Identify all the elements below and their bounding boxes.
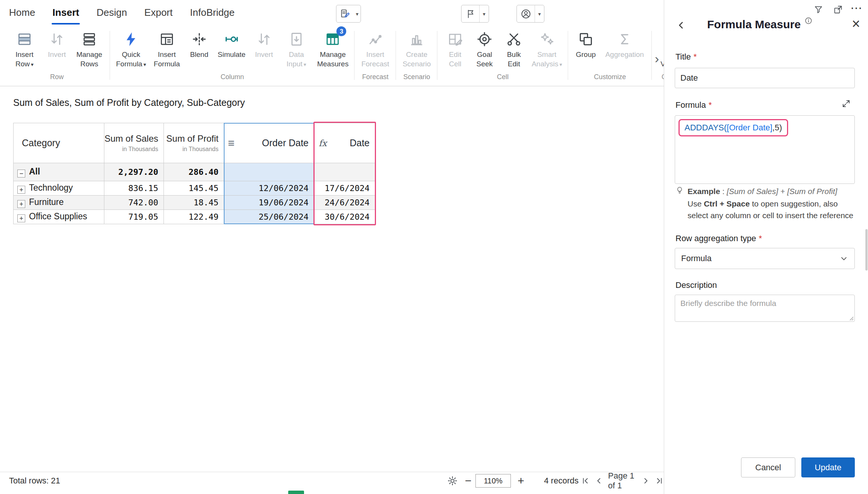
ribbon-group-label-scenario: Scenario [399, 73, 434, 86]
insert-formula-button[interactable]: InsertFormula [149, 25, 185, 73]
zoom-out-button[interactable]: − [465, 474, 472, 487]
close-icon[interactable]: × [852, 17, 860, 31]
page-label: Page 1 of 1 [608, 471, 637, 491]
panel-collapse-chevron-icon[interactable]: › [655, 52, 659, 65]
expand-formula-icon[interactable] [841, 99, 851, 109]
manage-measures-button[interactable]: 3 ManageMeasures [314, 25, 351, 73]
tab-export[interactable]: Export [144, 0, 173, 25]
add-comment-button[interactable]: ▾ [461, 5, 489, 23]
zoom-in-button[interactable]: + [518, 474, 524, 487]
account-icon [517, 5, 535, 22]
quick-formula-button[interactable]: QuickFormula▾ [113, 25, 149, 73]
manage-rows-button[interactable]: ManageRows [72, 25, 107, 73]
date-cell[interactable]: 17/6/2024 [314, 181, 375, 196]
zoom-level[interactable]: 110% [475, 474, 511, 488]
order-date-cell[interactable]: 12/06/2024 [224, 181, 314, 196]
required-asterisk: * [694, 52, 697, 61]
column-header-date[interactable]: fx Date [314, 123, 375, 163]
manage-measures-icon: 3 [324, 29, 341, 50]
profit-cell[interactable]: 18.45 [164, 196, 224, 210]
invert-columns-button[interactable]: Invert [249, 25, 279, 73]
ribbon-group-scenario: CreateScenario Scenario [396, 25, 437, 86]
column-header-category[interactable]: Category [14, 123, 104, 163]
info-icon[interactable] [804, 17, 813, 25]
sales-cell[interactable]: 742.00 [104, 196, 164, 210]
edit-cell-button[interactable]: EditCell [440, 25, 470, 73]
column-header-sum-of-profit[interactable]: Sum of Profit in Thousands [164, 123, 224, 163]
settings-gear-icon[interactable] [447, 475, 458, 486]
back-chevron-icon[interactable] [675, 20, 687, 31]
cancel-button[interactable]: Cancel [741, 457, 795, 477]
chevron-down-icon[interactable]: ▾ [479, 5, 489, 22]
category-cell[interactable]: +Furniture [14, 196, 104, 210]
update-button[interactable]: Update [801, 457, 855, 477]
goal-seek-button[interactable]: GoalSeek [470, 25, 499, 73]
statusbar: Total rows: 21 − 110% + 4 records Page 1… [0, 472, 664, 489]
expand-row-icon[interactable]: + [17, 200, 25, 208]
category-cell[interactable]: +Technology [14, 181, 104, 196]
order-date-cell[interactable]: 25/06/2024 [224, 210, 314, 224]
profit-cell[interactable]: 122.49 [164, 210, 224, 224]
insert-row-button[interactable]: InsertRow▾ [7, 25, 42, 73]
formula-editor[interactable]: ADDDAYS([Order Date],5) [675, 115, 855, 184]
tab-insert[interactable]: Insert [52, 0, 79, 25]
data-input-button[interactable]: DataInput▾ [279, 25, 314, 73]
bulk-edit-icon [506, 29, 522, 50]
account-button[interactable]: ▾ [517, 5, 544, 23]
last-page-button[interactable] [655, 476, 664, 485]
previous-page-button[interactable] [594, 476, 604, 485]
order-date-cell[interactable] [224, 163, 314, 181]
description-textarea[interactable] [675, 295, 855, 322]
ribbon-group-label-forecast: Forecast [358, 73, 393, 86]
formula-help-text: Example : [Sum of Sales] + [Sum of Profi… [688, 185, 856, 221]
tab-home[interactable]: Home [9, 0, 35, 25]
aggregation-select[interactable]: Formula [675, 248, 855, 269]
blend-icon [191, 29, 208, 50]
sales-cell[interactable]: 2,297.20 [104, 163, 164, 181]
panel-scrollbar[interactable] [865, 229, 868, 271]
more-options-icon[interactable]: ⋯ [850, 1, 863, 15]
category-cell[interactable]: +Office Supplies [14, 210, 104, 224]
blend-button[interactable]: Blend [185, 25, 214, 73]
title-input[interactable] [675, 68, 855, 88]
expand-row-icon[interactable]: + [17, 186, 25, 194]
tab-design[interactable]: Design [96, 0, 127, 25]
set-version-button[interactable]: SetVersion [655, 25, 664, 73]
create-scenario-button[interactable]: CreateScenario [399, 25, 434, 73]
required-asterisk: * [759, 234, 762, 243]
popout-icon[interactable] [833, 5, 843, 15]
bulk-edit-button[interactable]: BulkEdit [499, 25, 529, 73]
invert-rows-button[interactable]: Invert [42, 25, 72, 73]
date-cell[interactable]: 30/6/2024 [314, 210, 375, 224]
sales-cell[interactable]: 719.05 [104, 210, 164, 224]
category-cell[interactable]: −All [14, 163, 104, 181]
edit-mode-button[interactable]: ▾ [336, 5, 361, 23]
tab-infobridge[interactable]: InfoBridge [190, 0, 235, 25]
order-date-cell[interactable]: 19/06/2024 [224, 196, 314, 210]
insert-forecast-button[interactable]: InsertForecast [358, 25, 393, 73]
table-row: +Office Supplies 719.05 122.49 25/06/202… [14, 210, 375, 224]
chevron-down-icon[interactable]: ▾ [535, 5, 544, 22]
sheet-tab-fragment[interactable] [288, 491, 304, 494]
collapse-row-icon[interactable]: − [17, 170, 25, 177]
column-header-sum-of-sales[interactable]: Sum of Sales in Thousands [104, 123, 164, 163]
invert-icon [256, 29, 272, 50]
edit-pencil-icon [336, 5, 354, 22]
table-row: −All 2,297.20 286.40 [14, 163, 375, 181]
first-page-button[interactable] [581, 476, 590, 485]
ribbon-group-label-column: Column [113, 73, 351, 86]
profit-cell[interactable]: 145.45 [164, 181, 224, 196]
aggregation-button[interactable]: Aggregation [601, 25, 649, 73]
simulate-button[interactable]: Simulate [214, 25, 249, 73]
data-input-icon [288, 29, 305, 50]
next-page-button[interactable] [641, 476, 650, 485]
date-cell[interactable] [314, 163, 375, 181]
group-button[interactable]: Group [571, 25, 601, 73]
column-header-order-date[interactable]: ≡ Order Date [224, 123, 314, 163]
expand-row-icon[interactable]: + [17, 214, 25, 222]
profit-cell[interactable]: 286.40 [164, 163, 224, 181]
filter-icon[interactable] [813, 5, 824, 15]
date-cell[interactable]: 24/6/2024 [314, 196, 375, 210]
sales-cell[interactable]: 836.15 [104, 181, 164, 196]
smart-analysis-button[interactable]: SmartAnalysis▾ [529, 25, 565, 73]
